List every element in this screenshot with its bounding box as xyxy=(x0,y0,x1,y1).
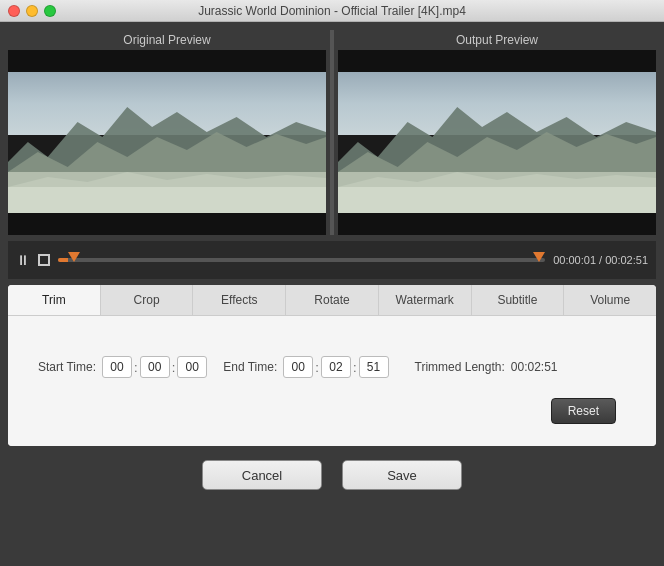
reset-button[interactable]: Reset xyxy=(551,398,616,424)
play-button[interactable]: ⏸ xyxy=(16,252,30,268)
sep4: : xyxy=(353,360,357,375)
svg-rect-9 xyxy=(338,187,656,213)
output-video-frame xyxy=(338,50,656,235)
bottom-buttons: Cancel Save xyxy=(8,452,656,498)
tabs-section: Trim Crop Effects Rotate Watermark Subti… xyxy=(8,285,656,446)
end-minute-input[interactable] xyxy=(321,356,351,378)
start-time-label: Start Time: xyxy=(38,360,96,374)
progress-fill xyxy=(58,258,68,262)
video-bottom-bar-output xyxy=(338,213,656,235)
end-second-input[interactable] xyxy=(359,356,389,378)
reset-row: Reset xyxy=(38,398,626,424)
original-video-frame xyxy=(8,50,326,235)
end-time-group: End Time: : : xyxy=(223,356,388,378)
sep1: : xyxy=(134,360,138,375)
title-bar: Jurassic World Dominion - Official Trail… xyxy=(0,0,664,22)
window-title: Jurassic World Dominion - Official Trail… xyxy=(198,4,466,18)
preview-divider xyxy=(330,30,334,235)
output-preview-panel: Output Preview xyxy=(338,30,656,235)
trimmed-label: Trimmed Length: xyxy=(415,360,505,374)
time-display: 00:00:01 / 00:02:51 xyxy=(553,254,648,266)
progress-handle-end[interactable] xyxy=(533,252,545,262)
tab-rotate[interactable]: Rotate xyxy=(286,285,379,315)
start-second-input[interactable] xyxy=(177,356,207,378)
time-row: Start Time: : : End Time: : xyxy=(38,356,626,378)
sep2: : xyxy=(172,360,176,375)
landscape-original xyxy=(8,72,326,213)
tab-content-trim: Start Time: : : End Time: : xyxy=(8,316,656,446)
landscape-output xyxy=(338,72,656,213)
trimmed-value: 00:02:51 xyxy=(511,360,558,374)
video-bottom-bar-original xyxy=(8,213,326,235)
start-minute-input[interactable] xyxy=(140,356,170,378)
window-controls xyxy=(8,5,56,17)
save-button[interactable]: Save xyxy=(342,460,462,490)
maximize-button[interactable] xyxy=(44,5,56,17)
mountains-original xyxy=(8,72,326,213)
tab-volume[interactable]: Volume xyxy=(564,285,656,315)
video-top-bar xyxy=(8,50,326,72)
tab-subtitle[interactable]: Subtitle xyxy=(472,285,565,315)
end-time-label: End Time: xyxy=(223,360,277,374)
preview-section: Original Preview Output xyxy=(8,30,656,235)
tabs-header: Trim Crop Effects Rotate Watermark Subti… xyxy=(8,285,656,316)
minimize-button[interactable] xyxy=(26,5,38,17)
tab-trim[interactable]: Trim xyxy=(8,285,101,315)
trimmed-length-group: Trimmed Length: 00:02:51 xyxy=(415,360,558,374)
video-top-bar-output xyxy=(338,50,656,72)
tab-watermark[interactable]: Watermark xyxy=(379,285,472,315)
controls-bar: ⏸ 00:00:01 / 00:02:51 xyxy=(8,241,656,279)
start-hour-input[interactable] xyxy=(102,356,132,378)
progress-bar[interactable] xyxy=(58,258,545,262)
cancel-button[interactable]: Cancel xyxy=(202,460,322,490)
progress-handle-start[interactable] xyxy=(68,252,80,262)
output-preview-label: Output Preview xyxy=(338,30,656,50)
stop-button[interactable] xyxy=(38,254,50,266)
end-time-fields: : : xyxy=(283,356,388,378)
tab-crop[interactable]: Crop xyxy=(101,285,194,315)
svg-rect-4 xyxy=(8,187,326,213)
start-time-fields: : : xyxy=(102,356,207,378)
start-time-group: Start Time: : : xyxy=(38,356,207,378)
tab-effects[interactable]: Effects xyxy=(193,285,286,315)
end-hour-input[interactable] xyxy=(283,356,313,378)
original-preview-panel: Original Preview xyxy=(8,30,326,235)
close-button[interactable] xyxy=(8,5,20,17)
main-container: Original Preview Output xyxy=(0,22,664,506)
sep3: : xyxy=(315,360,319,375)
mountains-output xyxy=(338,72,656,213)
original-preview-label: Original Preview xyxy=(8,30,326,50)
